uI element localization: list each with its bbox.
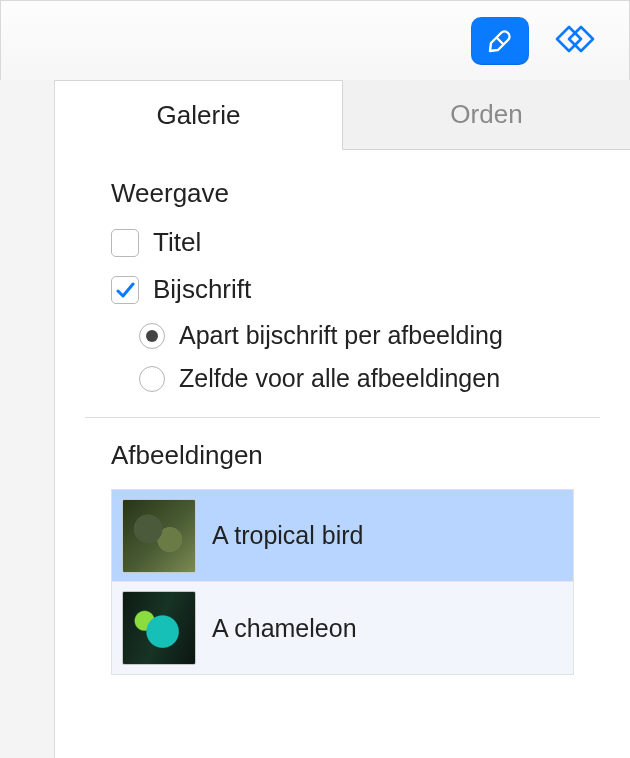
tab-order[interactable]: Orden — [343, 80, 630, 149]
caption-mode-per-image[interactable]: Apart bijschrift per afbeelding — [139, 321, 600, 350]
inspector-toolbar — [1, 1, 629, 81]
format-inspector-button[interactable] — [471, 17, 529, 65]
left-gutter — [0, 80, 55, 758]
display-section: Weergave Titel Bijschrift Apart bijschri… — [55, 150, 630, 393]
format-brush-icon — [485, 24, 515, 58]
document-shape-icon — [553, 22, 597, 60]
images-section: Afbeeldingen — [55, 418, 630, 471]
display-heading: Weergave — [111, 178, 600, 209]
image-caption: A chameleon — [212, 614, 357, 643]
title-checkbox-label: Titel — [153, 227, 201, 258]
caption-checkbox-row[interactable]: Bijschrift — [111, 274, 600, 305]
title-checkbox-row[interactable]: Titel — [111, 227, 600, 258]
caption-checkbox[interactable] — [111, 276, 139, 304]
caption-checkbox-label: Bijschrift — [153, 274, 251, 305]
image-thumbnail — [122, 499, 196, 573]
image-caption: A tropical bird — [212, 521, 363, 550]
inspector-tabs: Galerie Orden — [55, 80, 630, 150]
radio-same-all-label: Zelfde voor alle afbeeldingen — [179, 364, 500, 393]
image-row[interactable]: A chameleon — [112, 582, 573, 674]
radio-same-all[interactable] — [139, 366, 165, 392]
images-list: A tropical bird A chameleon — [111, 489, 574, 675]
tab-gallery[interactable]: Galerie — [55, 80, 343, 150]
caption-mode-same-all[interactable]: Zelfde voor alle afbeeldingen — [139, 364, 600, 393]
title-checkbox[interactable] — [111, 229, 139, 257]
image-thumbnail — [122, 591, 196, 665]
images-heading: Afbeeldingen — [111, 440, 600, 471]
caption-mode-group: Apart bijschrift per afbeelding Zelfde v… — [139, 321, 600, 393]
gallery-inspector-panel: Galerie Orden Weergave Titel Bijschrift … — [55, 80, 630, 758]
document-inspector-button[interactable] — [539, 17, 611, 65]
image-row[interactable]: A tropical bird — [112, 490, 573, 582]
radio-per-image-label: Apart bijschrift per afbeelding — [179, 321, 503, 350]
radio-per-image[interactable] — [139, 323, 165, 349]
